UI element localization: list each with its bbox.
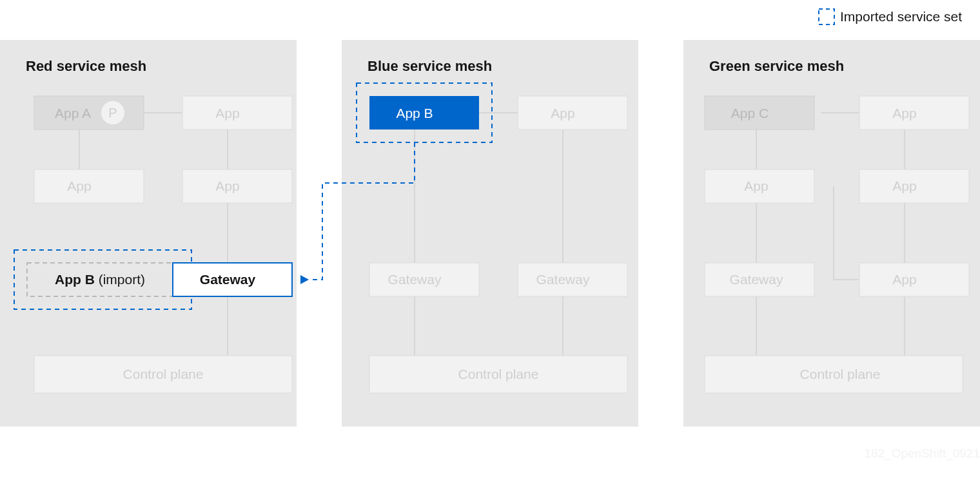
blue-gw-r-label: Gateway xyxy=(536,272,590,287)
blue-title: Blue service mesh xyxy=(368,58,492,75)
green-app-tr-label: App xyxy=(892,106,916,121)
producer-badge-text: P xyxy=(108,106,117,120)
app-tr-label: App xyxy=(215,106,239,121)
app-b-import-label: App B (import) xyxy=(55,272,145,287)
app-a-label: App A xyxy=(55,106,91,121)
red-title: Red service mesh xyxy=(26,58,146,75)
footer-id: 182_OpenShift_0921 xyxy=(864,446,980,461)
green-app-mr-label: App xyxy=(892,178,916,194)
app-b-name: App B xyxy=(55,272,95,287)
green-gw-label: Gateway xyxy=(730,272,783,287)
legend-swatch xyxy=(819,9,834,24)
app-br-label: App xyxy=(215,178,239,194)
green-title: Green service mesh xyxy=(709,58,844,75)
import-suffix: (import) xyxy=(99,272,145,287)
red-control-label: Control plane xyxy=(123,367,204,382)
green-app-ml-label: App xyxy=(744,178,768,194)
app-b-label: App B xyxy=(396,106,433,121)
blue-control-label: Control plane xyxy=(458,367,539,382)
blue-app-tr-label: App xyxy=(551,106,574,121)
app-c-label: App C xyxy=(731,106,769,121)
arrowhead-icon xyxy=(300,275,309,284)
green-control-label: Control plane xyxy=(800,367,881,382)
app-bl-label: App xyxy=(67,178,91,194)
red-gateway-label: Gateway xyxy=(200,272,255,287)
producer-badge: P xyxy=(101,101,124,124)
blue-gw-l-label: Gateway xyxy=(388,272,442,287)
green-app-br-label: App xyxy=(892,272,916,287)
legend-label: Imported service set xyxy=(840,9,962,24)
